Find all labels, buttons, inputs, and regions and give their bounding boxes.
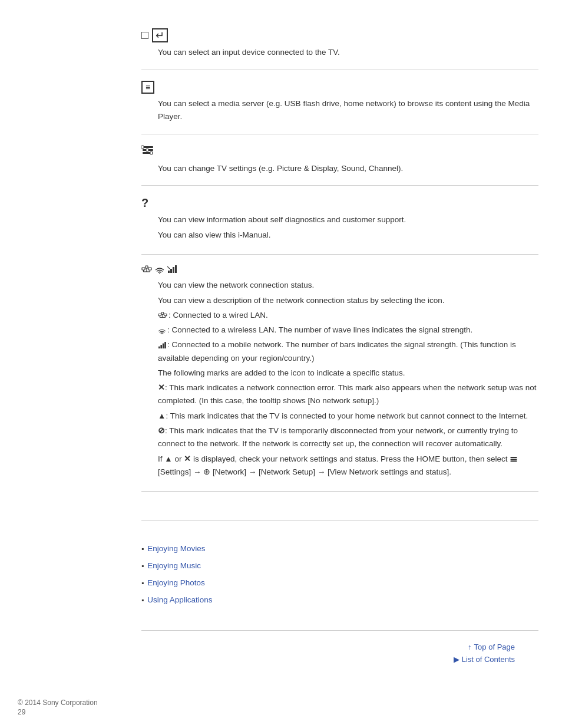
enjoying-music-link[interactable]: Enjoying Music	[147, 561, 201, 570]
svg-rect-4	[146, 149, 148, 151]
svg-rect-29	[160, 345, 162, 348]
svg-rect-7	[146, 266, 148, 268]
help-icon: ?	[141, 196, 538, 210]
svg-point-27	[161, 333, 163, 334]
list-item-music: Enjoying Music	[141, 561, 538, 570]
svg-rect-16	[170, 269, 172, 273]
list-item-movies: Enjoying Movies	[141, 544, 538, 553]
mobile-icon-inline	[158, 342, 166, 349]
svg-rect-28	[158, 347, 160, 348]
up-arrow-icon: ↑	[468, 643, 472, 651]
settings-icon-inline	[510, 456, 518, 463]
main-content: ⬜︎ ↵ You can select an input device conn…	[141, 0, 538, 667]
input-icon: ⬜︎ ↵	[141, 28, 538, 42]
page-container: ⬜︎ ↵ You can select an input device conn…	[0, 0, 562, 728]
svg-rect-17	[173, 267, 174, 273]
media-icon: ≡	[141, 81, 538, 94]
network-section: You can view the network connection stat…	[141, 255, 538, 492]
settings-section: You can change TV settings (e.g. Picture…	[141, 134, 538, 186]
wired-lan-icon	[141, 265, 152, 275]
related-links-list: Enjoying Movies Enjoying Music Enjoying …	[141, 544, 538, 604]
settings-svg-icon	[141, 145, 154, 156]
network-icons-row	[141, 265, 538, 275]
svg-rect-5	[150, 151, 153, 154]
svg-rect-34	[511, 460, 517, 462]
top-of-page-link[interactable]: ↑ Top of Page	[468, 643, 515, 651]
list-of-contents-link[interactable]: ▶ List of Contents	[454, 655, 515, 664]
svg-rect-32	[511, 457, 517, 458]
copyright-text: © 2014 Sony Corporation	[18, 699, 98, 707]
right-arrow-icon: ▶	[454, 655, 459, 664]
divider	[141, 520, 538, 521]
svg-rect-18	[175, 265, 177, 273]
wireless-lan-icon	[155, 265, 164, 275]
svg-rect-31	[164, 342, 166, 348]
input-text: You can select an input device connected…	[158, 46, 538, 59]
list-item-apps: Using Applications	[141, 595, 538, 604]
svg-rect-30	[163, 343, 164, 348]
svg-rect-15	[168, 271, 170, 273]
input-section: ⬜︎ ↵ You can select an input device conn…	[141, 18, 538, 70]
using-applications-link[interactable]: Using Applications	[147, 595, 212, 604]
media-section: ≡ You can select a media server (e.g. US…	[141, 70, 538, 134]
mobile-network-icon	[167, 265, 177, 275]
wired-icon-inline	[158, 312, 167, 319]
enjoying-photos-link[interactable]: Enjoying Photos	[147, 578, 205, 587]
svg-rect-3	[141, 146, 144, 149]
settings-icon	[141, 145, 538, 159]
spacer	[141, 492, 538, 515]
help-section: ? You can view information about self di…	[141, 186, 538, 255]
svg-rect-8	[148, 268, 151, 270]
footer-nav: ↑ Top of Page ▶ List of Contents	[141, 643, 538, 667]
svg-rect-19	[158, 314, 161, 316]
svg-rect-21	[164, 314, 167, 316]
media-text: You can select a media server (e.g. USB …	[158, 97, 538, 123]
related-links-section: Enjoying Movies Enjoying Music Enjoying …	[141, 544, 538, 631]
list-item-photos: Enjoying Photos	[141, 578, 538, 587]
wireless-icon-inline	[158, 327, 166, 334]
svg-point-14	[159, 273, 160, 274]
help-text: You can view information about self diag…	[158, 213, 538, 243]
footer-bottom: © 2014 Sony Corporation 29	[18, 699, 98, 716]
svg-rect-20	[161, 312, 163, 314]
svg-rect-0	[143, 146, 153, 148]
network-text-block: You can view the network connection stat…	[158, 279, 538, 479]
enjoying-movies-link[interactable]: Enjoying Movies	[147, 544, 205, 553]
page-number: 29	[18, 708, 98, 716]
settings-text: You can change TV settings (e.g. Picture…	[158, 162, 538, 175]
svg-rect-33	[511, 459, 517, 460]
svg-rect-6	[142, 268, 145, 270]
